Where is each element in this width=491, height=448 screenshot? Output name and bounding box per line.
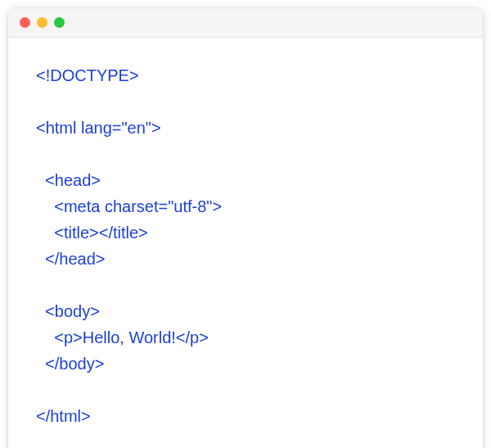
maximize-icon[interactable] (54, 17, 65, 28)
close-icon[interactable] (20, 17, 30, 28)
code-line: </body> (36, 355, 104, 373)
code-line: <body> (36, 302, 100, 320)
code-line: <html lang="en"> (36, 119, 161, 137)
minimize-icon[interactable] (37, 17, 47, 28)
window-titlebar (8, 8, 483, 38)
code-line: </html> (36, 407, 91, 425)
code-line: <head> (36, 171, 101, 189)
code-line: <meta charset="utf-8"> (36, 197, 222, 215)
code-line: <title></title> (36, 224, 148, 242)
code-content: <!DOCTYPE> <html lang="en"> <head> <meta… (8, 38, 483, 448)
code-line: <p>Hello, World!</p> (36, 328, 209, 346)
code-line: <!DOCTYPE> (36, 66, 139, 84)
code-line: </head> (36, 250, 106, 268)
code-window: <!DOCTYPE> <html lang="en"> <head> <meta… (8, 8, 483, 448)
